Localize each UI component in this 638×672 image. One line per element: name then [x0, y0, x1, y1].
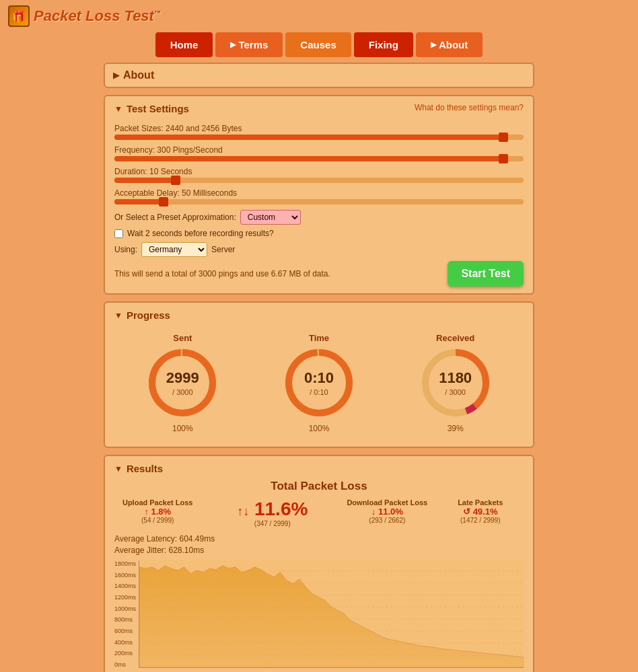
- duration-track[interactable]: [114, 178, 524, 183]
- total-loss-arrows: ↑↓: [237, 505, 249, 518]
- upload-stat: Upload Packet Loss ↑ 1.8% (54 / 2999): [114, 498, 201, 524]
- sent-ring-center: 2999 / 3000: [166, 369, 199, 397]
- nav-causes[interactable]: Causes: [285, 32, 351, 57]
- frequency-track[interactable]: [114, 156, 524, 161]
- logo: 🎁 Packet Loss Test™: [8, 5, 161, 27]
- chart-svg: [139, 560, 524, 667]
- sent-value: 2999: [166, 369, 199, 387]
- settings-title: ▼ Test Settings: [114, 103, 189, 114]
- settings-header: ▼ Test Settings What do these settings m…: [114, 103, 524, 120]
- info-text: This will send a total of 3000 pings and…: [114, 269, 330, 278]
- duration-thumb[interactable]: [171, 176, 180, 185]
- time-ring: 0:10 / 0:10: [282, 346, 356, 420]
- svg-marker-7: [139, 566, 524, 667]
- nav-about[interactable]: ▶ About: [416, 32, 483, 57]
- time-progress: Time 0:10 / 0:10 100%: [282, 333, 356, 433]
- progress-triangle-icon: ▼: [114, 311, 122, 320]
- server-select[interactable]: Germany: [141, 242, 207, 257]
- settings-help-link[interactable]: What do these settings mean?: [415, 103, 524, 112]
- received-label: Received: [436, 333, 474, 343]
- nav-fixing[interactable]: Fixing: [354, 32, 413, 57]
- preset-select[interactable]: Custom: [240, 210, 301, 225]
- packet-size-track[interactable]: [114, 135, 524, 140]
- delay-label: Acceptable Delay: 50 Milliseconds: [114, 188, 524, 198]
- time-value: 0:10: [304, 369, 334, 387]
- late-label: Late Packets: [437, 498, 524, 507]
- frequency-label: Frequency: 300 Pings/Second: [114, 145, 524, 155]
- late-fraction: (1472 / 2999): [437, 517, 524, 524]
- late-value: ↺ 49.1%: [437, 507, 524, 517]
- received-progress: Received 1180 / 3000 39%: [419, 333, 493, 433]
- results-title-text: Results: [127, 463, 163, 474]
- preset-label: Or Select a Preset Approximation:: [114, 213, 236, 222]
- nav: Home ▶ Terms Causes Fixing ▶ About: [0, 30, 638, 63]
- sent-label: Sent: [173, 333, 192, 343]
- latency-chart: [139, 560, 524, 668]
- nav-home[interactable]: Home: [155, 32, 213, 57]
- progress-title-text: Progress: [127, 309, 170, 321]
- test-settings-panel: ▼ Test Settings What do these settings m…: [104, 95, 534, 295]
- total-loss-value: ↑↓ 11.6%: [207, 498, 337, 520]
- using-label: Using:: [114, 245, 137, 254]
- sent-pct: 100%: [172, 424, 193, 433]
- about-panel: ▶ About: [104, 63, 534, 88]
- logo-text: Packet Loss Test™: [34, 7, 161, 25]
- server-suffix: Server: [211, 245, 235, 254]
- results-title-bar: ▼ Results: [114, 463, 524, 474]
- frequency-row: Frequency: 300 Pings/Second: [114, 145, 524, 161]
- avg-latency: Average Latency: 604.49ms: [114, 534, 524, 544]
- progress-title: ▼ Progress: [114, 309, 524, 321]
- chart-wrapper: 1800ms 1600ms 1400ms 1200ms 1000ms 800ms…: [139, 560, 524, 668]
- sent-total: / 3000: [172, 388, 193, 396]
- delay-track[interactable]: [114, 199, 524, 204]
- sent-progress: Sent 2999 / 3000 100%: [145, 333, 219, 433]
- late-stat: Late Packets ↺ 49.1% (1472 / 2999): [437, 498, 524, 524]
- received-ring: 1180 / 3000: [419, 346, 493, 420]
- settings-triangle-icon: ▼: [114, 104, 122, 114]
- duration-fill: [114, 178, 176, 183]
- header: 🎁 Packet Loss Test™: [0, 0, 638, 30]
- duration-row: Duration: 10 Seconds: [114, 167, 524, 183]
- time-pct: 100%: [309, 424, 330, 433]
- upload-label: Upload Packet Loss: [114, 498, 201, 507]
- duration-label: Duration: 10 Seconds: [114, 167, 524, 176]
- received-value: 1180: [439, 369, 472, 387]
- terms-play-icon: ▶: [230, 40, 236, 49]
- progress-grid: Sent 2999 / 3000 100% Time: [114, 326, 524, 440]
- delay-thumb[interactable]: [159, 197, 168, 207]
- download-stat: Download Packet Loss ↓ 11.0% (293 / 2662…: [344, 498, 430, 524]
- delay-fill: [114, 199, 164, 204]
- time-ring-center: 0:10 / 0:10: [304, 369, 334, 397]
- packet-size-thumb[interactable]: [499, 133, 508, 142]
- frequency-fill: [114, 156, 503, 161]
- about-play-icon: ▶: [431, 40, 436, 49]
- start-test-button[interactable]: Start Test: [448, 261, 524, 287]
- results-panel: ▼ Results Total Packet Loss Upload Packe…: [104, 455, 534, 672]
- total-loss-fraction: (347 / 2999): [207, 520, 337, 527]
- using-row: Using: Germany Server: [114, 242, 524, 257]
- wait-checkbox[interactable]: [114, 229, 123, 238]
- time-total: / 0:10: [310, 388, 328, 396]
- received-pct: 39%: [448, 424, 464, 433]
- site-title: Packet Loss Test: [34, 7, 154, 24]
- total-loss-pct: 11.6%: [254, 498, 308, 519]
- upload-fraction: (54 / 2999): [114, 517, 201, 524]
- nav-terms-label: Terms: [238, 39, 268, 50]
- time-label: Time: [309, 333, 329, 343]
- download-value: ↓ 11.0%: [344, 507, 430, 517]
- avg-jitter: Average Jitter: 628.10ms: [114, 546, 524, 555]
- about-title: ▶ About: [113, 69, 525, 81]
- about-triangle-icon: ▶: [113, 71, 119, 80]
- settings-title-text: Test Settings: [127, 103, 189, 114]
- logo-icon: 🎁: [8, 5, 30, 27]
- received-ring-center: 1180 / 3000: [439, 369, 472, 397]
- download-fraction: (293 / 2662): [344, 517, 430, 524]
- packet-size-fill: [114, 135, 503, 140]
- upload-value: ↑ 1.8%: [114, 507, 201, 517]
- main-content: ▶ About ▼ Test Settings What do these se…: [97, 63, 541, 672]
- total-loss-heading: Total Packet Loss: [114, 480, 524, 493]
- wait-checkbox-row: Wait 2 seconds before recording results?: [114, 229, 524, 238]
- sent-ring: 2999 / 3000: [145, 346, 219, 420]
- frequency-thumb[interactable]: [499, 154, 508, 163]
- nav-terms[interactable]: ▶ Terms: [215, 32, 283, 57]
